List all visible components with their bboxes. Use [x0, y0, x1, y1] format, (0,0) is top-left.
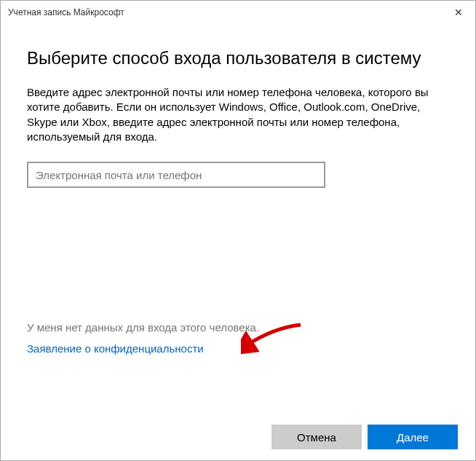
description-text: Введите адрес электронной почты или номе…: [27, 85, 449, 144]
content-area: Выберите способ входа пользователя в сис…: [1, 24, 475, 414]
window-title: Учетная запись Майкрософт: [8, 7, 124, 17]
next-button[interactable]: Далее: [368, 425, 458, 449]
dialog-footer: Отмена Далее: [1, 414, 475, 460]
email-phone-input[interactable]: [27, 162, 325, 188]
page-heading: Выберите способ входа пользователя в сис…: [27, 47, 449, 69]
cancel-button[interactable]: Отмена: [271, 425, 362, 449]
no-signin-info-link[interactable]: У меня нет данных для входа этого челове…: [27, 321, 259, 334]
dialog-window: Учетная запись Майкрософт ✕ Выберите спо…: [0, 0, 476, 461]
close-icon: ✕: [454, 7, 463, 17]
bottom-links: У меня нет данных для входа этого челове…: [27, 321, 259, 355]
privacy-statement-link[interactable]: Заявление о конфиденциальности: [27, 342, 204, 355]
close-button[interactable]: ✕: [442, 1, 475, 24]
titlebar: Учетная запись Майкрософт ✕: [1, 1, 475, 24]
